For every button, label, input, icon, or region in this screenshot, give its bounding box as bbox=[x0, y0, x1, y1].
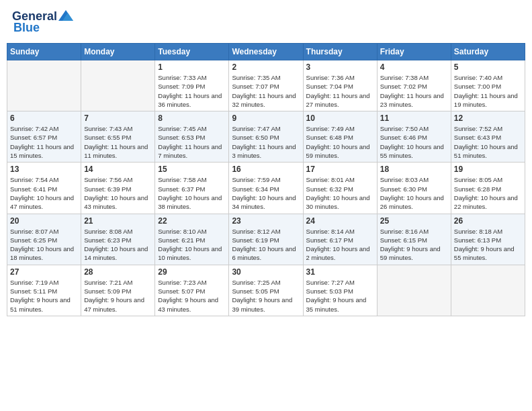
page-header: General Blue bbox=[7, 7, 525, 38]
calendar-cell: 29Sunrise: 7:23 AM Sunset: 5:07 PM Dayli… bbox=[155, 265, 229, 316]
calendar-cell: 23Sunrise: 8:12 AM Sunset: 6:19 PM Dayli… bbox=[229, 214, 303, 265]
calendar-cell: 12Sunrise: 7:52 AM Sunset: 6:43 PM Dayli… bbox=[451, 111, 525, 163]
calendar-cell: 28Sunrise: 7:21 AM Sunset: 5:09 PM Dayli… bbox=[81, 265, 155, 316]
calendar-cell: 24Sunrise: 8:14 AM Sunset: 6:17 PM Dayli… bbox=[303, 214, 377, 265]
day-number: 24 bbox=[306, 216, 374, 226]
day-info: Sunrise: 8:05 AM Sunset: 6:28 PM Dayligh… bbox=[454, 175, 522, 211]
day-number: 27 bbox=[10, 267, 78, 277]
day-number: 26 bbox=[454, 216, 522, 226]
day-info: Sunrise: 7:45 AM Sunset: 6:53 PM Dayligh… bbox=[158, 124, 226, 160]
calendar-cell: 31Sunrise: 7:27 AM Sunset: 5:03 PM Dayli… bbox=[303, 265, 377, 316]
day-number: 14 bbox=[84, 165, 152, 174]
day-number: 16 bbox=[232, 165, 300, 174]
day-info: Sunrise: 7:36 AM Sunset: 7:04 PM Dayligh… bbox=[306, 73, 374, 109]
calendar-week-row: 6Sunrise: 7:42 AM Sunset: 6:57 PM Daylig… bbox=[7, 111, 525, 163]
day-number: 10 bbox=[306, 113, 374, 123]
calendar-week-row: 20Sunrise: 8:07 AM Sunset: 6:25 PM Dayli… bbox=[7, 214, 525, 265]
day-info: Sunrise: 7:54 AM Sunset: 6:41 PM Dayligh… bbox=[10, 175, 78, 211]
calendar-cell: 20Sunrise: 8:07 AM Sunset: 6:25 PM Dayli… bbox=[7, 214, 81, 265]
weekday-header-saturday: Saturday bbox=[451, 44, 525, 60]
calendar-table: SundayMondayTuesdayWednesdayThursdayFrid… bbox=[7, 43, 525, 316]
weekday-header-thursday: Thursday bbox=[303, 44, 377, 60]
calendar-cell: 8Sunrise: 7:45 AM Sunset: 6:53 PM Daylig… bbox=[155, 111, 229, 163]
logo-icon bbox=[58, 10, 73, 21]
calendar-cell: 21Sunrise: 8:08 AM Sunset: 6:23 PM Dayli… bbox=[81, 214, 155, 265]
day-number: 15 bbox=[158, 165, 226, 174]
calendar-cell: 30Sunrise: 7:25 AM Sunset: 5:05 PM Dayli… bbox=[229, 265, 303, 316]
calendar-cell: 10Sunrise: 7:49 AM Sunset: 6:48 PM Dayli… bbox=[303, 111, 377, 163]
day-info: Sunrise: 7:43 AM Sunset: 6:55 PM Dayligh… bbox=[84, 124, 152, 160]
day-number: 31 bbox=[306, 267, 374, 277]
weekday-header-friday: Friday bbox=[377, 44, 451, 60]
day-number: 23 bbox=[232, 216, 300, 226]
day-info: Sunrise: 7:50 AM Sunset: 6:46 PM Dayligh… bbox=[380, 124, 448, 160]
calendar-cell: 2Sunrise: 7:35 AM Sunset: 7:07 PM Daylig… bbox=[229, 60, 303, 111]
day-info: Sunrise: 7:38 AM Sunset: 7:02 PM Dayligh… bbox=[380, 73, 448, 109]
weekday-header-wednesday: Wednesday bbox=[229, 44, 303, 60]
weekday-header-monday: Monday bbox=[81, 44, 155, 60]
day-info: Sunrise: 7:19 AM Sunset: 5:11 PM Dayligh… bbox=[10, 278, 78, 314]
calendar-cell: 7Sunrise: 7:43 AM Sunset: 6:55 PM Daylig… bbox=[81, 111, 155, 163]
calendar-cell bbox=[377, 265, 451, 316]
day-info: Sunrise: 7:23 AM Sunset: 5:07 PM Dayligh… bbox=[158, 278, 226, 314]
calendar-cell: 22Sunrise: 8:10 AM Sunset: 6:21 PM Dayli… bbox=[155, 214, 229, 265]
calendar-cell: 1Sunrise: 7:33 AM Sunset: 7:09 PM Daylig… bbox=[155, 60, 229, 111]
day-info: Sunrise: 8:18 AM Sunset: 6:13 PM Dayligh… bbox=[454, 227, 522, 263]
day-info: Sunrise: 8:14 AM Sunset: 6:17 PM Dayligh… bbox=[306, 227, 374, 263]
day-number: 21 bbox=[84, 216, 152, 226]
day-info: Sunrise: 8:07 AM Sunset: 6:25 PM Dayligh… bbox=[10, 227, 78, 263]
calendar-cell: 13Sunrise: 7:54 AM Sunset: 6:41 PM Dayli… bbox=[7, 163, 81, 214]
day-info: Sunrise: 8:03 AM Sunset: 6:30 PM Dayligh… bbox=[380, 175, 448, 211]
day-number: 29 bbox=[158, 267, 226, 277]
day-info: Sunrise: 7:49 AM Sunset: 6:48 PM Dayligh… bbox=[306, 124, 374, 160]
day-number: 8 bbox=[158, 113, 226, 123]
calendar-cell: 14Sunrise: 7:56 AM Sunset: 6:39 PM Dayli… bbox=[81, 163, 155, 214]
day-number: 13 bbox=[10, 165, 78, 174]
calendar-cell: 4Sunrise: 7:38 AM Sunset: 7:02 PM Daylig… bbox=[377, 60, 451, 111]
day-info: Sunrise: 7:33 AM Sunset: 7:09 PM Dayligh… bbox=[158, 73, 226, 109]
day-info: Sunrise: 7:40 AM Sunset: 7:00 PM Dayligh… bbox=[454, 73, 522, 109]
calendar-cell: 11Sunrise: 7:50 AM Sunset: 6:46 PM Dayli… bbox=[377, 111, 451, 163]
day-number: 22 bbox=[158, 216, 226, 226]
calendar-cell: 3Sunrise: 7:36 AM Sunset: 7:04 PM Daylig… bbox=[303, 60, 377, 111]
day-number: 9 bbox=[232, 113, 300, 123]
day-number: 18 bbox=[380, 165, 448, 174]
day-info: Sunrise: 7:52 AM Sunset: 6:43 PM Dayligh… bbox=[454, 124, 522, 160]
day-number: 3 bbox=[306, 62, 374, 72]
calendar-cell: 26Sunrise: 8:18 AM Sunset: 6:13 PM Dayli… bbox=[451, 214, 525, 265]
calendar-header-row: SundayMondayTuesdayWednesdayThursdayFrid… bbox=[7, 44, 525, 60]
weekday-header-tuesday: Tuesday bbox=[155, 44, 229, 60]
day-number: 11 bbox=[380, 113, 448, 123]
day-number: 4 bbox=[380, 62, 448, 72]
calendar-cell: 15Sunrise: 7:58 AM Sunset: 6:37 PM Dayli… bbox=[155, 163, 229, 214]
day-info: Sunrise: 7:27 AM Sunset: 5:03 PM Dayligh… bbox=[306, 278, 374, 314]
day-number: 20 bbox=[10, 216, 78, 226]
calendar-cell: 19Sunrise: 8:05 AM Sunset: 6:28 PM Dayli… bbox=[451, 163, 525, 214]
day-number: 19 bbox=[454, 165, 522, 174]
day-number: 30 bbox=[232, 267, 300, 277]
calendar-cell bbox=[451, 265, 525, 316]
calendar-cell: 9Sunrise: 7:47 AM Sunset: 6:50 PM Daylig… bbox=[229, 111, 303, 163]
day-number: 7 bbox=[84, 113, 152, 123]
calendar-cell: 6Sunrise: 7:42 AM Sunset: 6:57 PM Daylig… bbox=[7, 111, 81, 163]
day-number: 2 bbox=[232, 62, 300, 72]
day-info: Sunrise: 7:21 AM Sunset: 5:09 PM Dayligh… bbox=[84, 278, 152, 314]
day-number: 12 bbox=[454, 113, 522, 123]
day-info: Sunrise: 7:42 AM Sunset: 6:57 PM Dayligh… bbox=[10, 124, 78, 160]
calendar-week-row: 13Sunrise: 7:54 AM Sunset: 6:41 PM Dayli… bbox=[7, 163, 525, 214]
calendar-week-row: 1Sunrise: 7:33 AM Sunset: 7:09 PM Daylig… bbox=[7, 60, 525, 111]
day-info: Sunrise: 7:25 AM Sunset: 5:05 PM Dayligh… bbox=[232, 278, 300, 314]
day-info: Sunrise: 7:59 AM Sunset: 6:34 PM Dayligh… bbox=[232, 175, 300, 211]
day-number: 5 bbox=[454, 62, 522, 72]
calendar-cell bbox=[81, 60, 155, 111]
day-info: Sunrise: 7:58 AM Sunset: 6:37 PM Dayligh… bbox=[158, 175, 226, 211]
calendar-cell: 16Sunrise: 7:59 AM Sunset: 6:34 PM Dayli… bbox=[229, 163, 303, 214]
day-info: Sunrise: 8:12 AM Sunset: 6:19 PM Dayligh… bbox=[232, 227, 300, 263]
calendar-week-row: 27Sunrise: 7:19 AM Sunset: 5:11 PM Dayli… bbox=[7, 265, 525, 316]
calendar-cell: 25Sunrise: 8:16 AM Sunset: 6:15 PM Dayli… bbox=[377, 214, 451, 265]
calendar-cell bbox=[7, 60, 81, 111]
day-info: Sunrise: 8:16 AM Sunset: 6:15 PM Dayligh… bbox=[380, 227, 448, 263]
day-info: Sunrise: 8:08 AM Sunset: 6:23 PM Dayligh… bbox=[84, 227, 152, 263]
calendar-cell: 17Sunrise: 8:01 AM Sunset: 6:32 PM Dayli… bbox=[303, 163, 377, 214]
calendar-cell: 27Sunrise: 7:19 AM Sunset: 5:11 PM Dayli… bbox=[7, 265, 81, 316]
